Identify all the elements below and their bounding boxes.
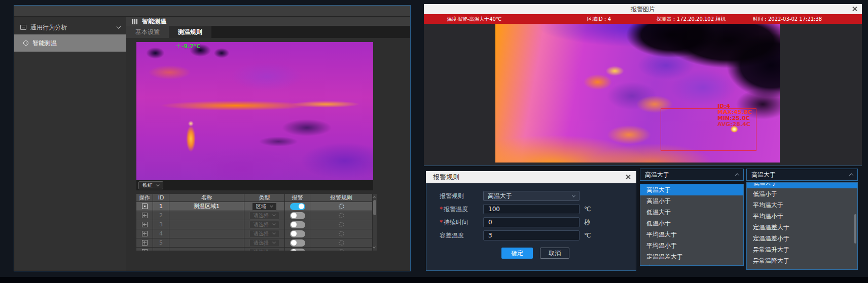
add-region-button[interactable] [136,211,153,220]
table-header-row: 操作 ID 名称 类型 报警 报警规则 [136,194,373,202]
option[interactable]: 定温温差大于 [640,251,743,262]
panel-title: 智能测温 [142,17,166,26]
tab-basic-settings[interactable]: 基本设置 [126,26,169,38]
type-select[interactable]: 区域 [252,203,277,211]
alarm-toggle[interactable] [290,221,305,228]
type-select[interactable]: 请选择 [249,239,279,247]
drag-handle-icon [132,19,137,24]
alarm-message: 温度报警-高温大于40℃ [447,16,502,23]
option[interactable]: 异常温升大于 [747,244,857,255]
rule-dropdown-1-list: 高温大于 高温小于 低温大于 低温小于 平均温大于 平均温小于 定温温差大于 定… [640,184,744,266]
unit-celsius: ℃ [584,206,591,213]
scrollbar-thumb [373,200,376,215]
option[interactable]: 异常温降大于 [747,255,857,266]
dropdown-notch [652,184,657,184]
main-panel: 智能测温 基本设置 测温规则 -9.7℃ 铁红 [126,17,410,271]
type-select[interactable]: 请选择 [249,248,279,251]
alarm-rule-dialog: 报警规则 报警规则 高温大于 *报警温度 ℃ *持续时间 秒 [426,171,636,271]
region-name [169,220,244,229]
scrollbar-thumb[interactable] [854,214,856,244]
add-region-button[interactable] [136,220,153,229]
region-annotation-text: ID:4 MAX:45.8C MIN:25.0C AVG:28.4C [717,103,752,128]
option[interactable]: 低温大于 [640,207,743,218]
sidebar-group-label: 通用行为分析 [30,23,113,32]
option[interactable]: 高温小于 [640,195,743,207]
col-operation: 操作 [136,194,153,201]
delete-region-button[interactable] [136,202,153,211]
region-id: 3 [153,220,169,229]
sidebar-group-behavior-analysis[interactable]: 通用行为分析 [14,20,126,34]
option[interactable]: 高温大于 [640,184,743,195]
option[interactable]: 平均温大于 [747,199,857,211]
option[interactable]: 平均温小于 [747,211,857,222]
table-row: 2 请选择 [136,211,373,220]
alarm-image-dialog: 报警图片 温度报警-高温大于40℃ 区域ID：4 探测器：172.20.20.1… [424,4,862,166]
option[interactable]: 定温温差大于 [747,222,857,233]
col-id: ID [153,194,169,201]
option[interactable]: 低温小于 [747,188,857,199]
close-icon[interactable] [852,6,857,12]
rule-type-select[interactable]: 高温大于 [483,191,580,201]
alarm-toggle[interactable] [290,249,305,251]
rule-dropdown-2[interactable]: 高温大于 [746,169,858,181]
col-alarm-rule: 报警规则 [310,194,373,201]
region-table: 操作 ID 名称 类型 报警 报警规则 1 测温区域1 区域 [136,194,377,251]
tolerance-temperature-input[interactable] [483,230,580,240]
rule-dropdown-2-list: 低温大于 低温小于 平均温大于 平均温小于 定温温差大于 定温温差小于 异常温升… [746,182,858,270]
option[interactable]: 定温温差小于 [640,262,743,266]
region-name [169,238,244,247]
plus-icon [142,231,148,236]
dialog-body: ID:4 MAX:45.8C MIN:25.0C AVG:28.4C [424,24,862,166]
alarm-toggle[interactable] [290,212,305,219]
region-id: 2 [153,211,169,220]
add-region-button[interactable] [136,229,153,238]
plus-icon [142,240,148,246]
option[interactable]: 平均温小于 [640,240,743,251]
alarm-temperature-input[interactable] [483,204,580,214]
gear-icon[interactable] [339,240,344,246]
alarm-toggle[interactable] [290,203,305,210]
gear-icon[interactable] [339,249,344,251]
gear-icon[interactable] [339,213,344,218]
type-select[interactable]: 请选择 [249,230,279,238]
dialog-title: 报警图片 [631,6,655,13]
alarm-toggle[interactable] [290,230,305,237]
cancel-button[interactable]: 取消 [540,248,569,259]
delete-icon [142,204,148,209]
option[interactable]: 低温大于 [747,182,857,188]
table-row: 5 请选择 [136,238,373,248]
table-row: 4 请选择 [136,229,373,238]
chevron-down-icon [117,24,121,28]
type-select[interactable]: 请选择 [249,212,279,220]
chevron-down-icon [272,250,276,251]
panel-header: 智能测温 [126,17,410,26]
gear-icon[interactable] [339,231,344,236]
add-region-button[interactable] [136,248,153,251]
alarm-alert-bar: 温度报警-高温大于40℃ 区域ID：4 探测器：172.20.20.102 相机… [424,14,862,24]
rule-dropdown-1[interactable]: 高温大于 [640,169,744,181]
palette-select[interactable]: 铁红 [138,181,163,189]
option[interactable]: 定温温差小于 [747,233,857,244]
app-screenshot: 通用行为分析 智能测温 智能测温 基本设置 测温规则 -9.7℃ [0,0,868,283]
scroll-down-icon [373,246,376,249]
rule-dropdown-1-value: 高温大于 [645,171,669,179]
region-name [169,211,244,220]
gear-icon[interactable] [339,204,344,209]
palette-bar: 铁红 [136,180,373,190]
duration-input[interactable] [483,217,580,227]
ok-button[interactable]: 确定 [501,248,533,259]
option[interactable]: 平均温大于 [640,229,743,240]
chevron-down-icon [270,204,273,208]
plus-icon [142,249,148,251]
type-select[interactable]: 请选择 [249,221,279,229]
thermal-preview-image[interactable]: -9.7℃ [136,42,373,180]
table-scrollbar[interactable] [373,194,377,251]
add-region-button[interactable] [136,238,153,247]
sidebar-item-smart-thermometry[interactable]: 智能测温 [14,34,126,52]
close-icon[interactable] [625,174,631,180]
tab-thermometry-rules[interactable]: 测温规则 [169,26,211,38]
scroll-up-icon [373,196,376,199]
gear-icon[interactable] [339,222,344,227]
option[interactable]: 低温小于 [640,218,743,229]
alarm-toggle[interactable] [290,239,305,247]
